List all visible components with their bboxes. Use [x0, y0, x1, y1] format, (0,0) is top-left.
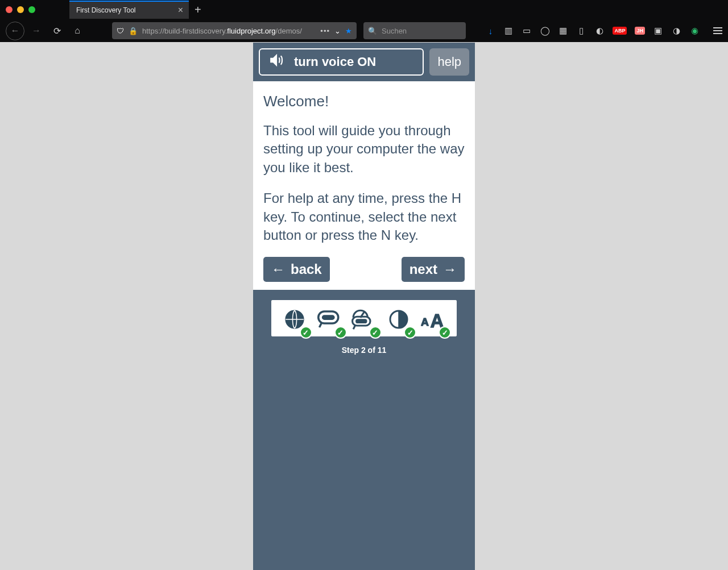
nav-forward-button[interactable]: → — [28, 22, 45, 39]
ext-icon-5[interactable]: ◑ — [671, 26, 681, 36]
help-paragraph: For help at any time, press the H key. T… — [263, 189, 465, 244]
progress-audio-icon[interactable]: ✓ — [313, 305, 346, 334]
progress-icon-row: ✓ ✓ ✓ ✓ AA ✓ — [271, 300, 457, 336]
svg-rect-2 — [322, 315, 334, 319]
back-button-label: back — [291, 261, 322, 277]
arrow-right-icon: → — [443, 261, 457, 277]
lock-icon: 🔒 — [129, 27, 138, 35]
window-controls — [6, 6, 35, 13]
shield-icon: 🛡 — [117, 27, 124, 35]
library-icon[interactable]: ▥ — [503, 26, 514, 36]
check-icon: ✓ — [404, 326, 416, 339]
window-zoom-button[interactable] — [28, 6, 35, 13]
widget-footer: ✓ ✓ ✓ ✓ AA ✓ Step 2 of — [253, 290, 475, 360]
browser-tab[interactable]: First Discovery Tool × — [69, 1, 189, 19]
check-icon: ✓ — [300, 326, 312, 339]
help-button-label: help — [437, 55, 461, 69]
check-icon: ✓ — [369, 326, 382, 339]
app-menu-button[interactable] — [713, 27, 722, 34]
search-placeholder: Suchen — [382, 27, 407, 35]
window-minimize-button[interactable] — [17, 6, 24, 13]
home-button[interactable]: ⌂ — [69, 22, 86, 39]
voice-toggle-label: turn voice ON — [294, 55, 376, 69]
widget-header: turn voice ON help — [253, 43, 475, 81]
reload-button[interactable]: ⟳ — [48, 22, 65, 39]
browser-chrome: First Discovery Tool × + ← → ⟳ ⌂ 🛡 🔒 htt… — [0, 0, 728, 42]
back-button[interactable]: ← back — [263, 257, 330, 282]
search-bar[interactable]: 🔍 Suchen — [363, 22, 466, 39]
welcome-heading: Welcome! — [263, 93, 465, 110]
tab-bar: First Discovery Tool × + — [0, 0, 728, 19]
page-viewport: turn voice ON help Welcome! This tool wi… — [0, 42, 728, 570]
progress-language-icon[interactable]: ✓ — [278, 305, 311, 334]
reader-icon[interactable]: ▭ — [522, 26, 532, 36]
progress-text-size-icon[interactable]: AA ✓ — [417, 305, 450, 334]
toolbar-extensions: ↓ ▥ ▭ ◯ ▦ ▯ ◐ ABP JH ▣ ◑ ◉ — [485, 26, 722, 36]
intro-paragraph: This tool will guide you through setting… — [263, 122, 465, 177]
svg-text:A: A — [421, 316, 429, 328]
check-icon: ✓ — [439, 326, 451, 339]
speaker-icon — [269, 53, 284, 71]
tab-close-icon[interactable]: × — [178, 5, 183, 15]
next-button[interactable]: next → — [402, 257, 465, 282]
search-icon: 🔍 — [368, 27, 377, 35]
ext-icon-1[interactable]: ▦ — [558, 26, 568, 36]
voice-toggle-button[interactable]: turn voice ON — [259, 48, 424, 76]
downloads-icon[interactable]: ↓ — [485, 26, 495, 36]
ext-icon-2[interactable]: ▯ — [576, 26, 586, 36]
ext-icon-3[interactable]: ◐ — [594, 26, 605, 36]
bookmark-star-icon[interactable]: ★ — [345, 27, 352, 35]
arrow-left-icon: ← — [271, 261, 285, 277]
svg-rect-4 — [356, 319, 367, 323]
tab-title: First Discovery Tool — [76, 6, 135, 14]
first-discovery-widget: turn voice ON help Welcome! This tool wi… — [253, 43, 475, 570]
window-close-button[interactable] — [6, 6, 13, 13]
check-icon: ✓ — [334, 326, 347, 339]
ext-icon-6[interactable]: ◉ — [689, 26, 700, 36]
widget-body: Welcome! This tool will guide you throug… — [253, 81, 475, 290]
browser-toolbar: ← → ⟳ ⌂ 🛡 🔒 https://build-firstdiscovery… — [0, 19, 728, 42]
url-text: https://build-firstdiscovery.fluidprojec… — [142, 27, 302, 35]
progress-speech-rate-icon[interactable]: ✓ — [348, 305, 380, 334]
progress-contrast-icon[interactable]: ✓ — [382, 305, 415, 334]
help-button[interactable]: help — [429, 48, 469, 76]
account-icon[interactable]: ◯ — [540, 26, 550, 36]
jh-icon[interactable]: JH — [635, 27, 645, 35]
address-bar[interactable]: 🛡 🔒 https://build-firstdiscovery.fluidpr… — [112, 22, 357, 39]
step-indicator: Step 2 of 11 — [271, 346, 457, 355]
next-button-label: next — [410, 261, 437, 277]
new-tab-button[interactable]: + — [195, 3, 201, 16]
adblock-icon[interactable]: ABP — [613, 27, 627, 35]
nav-buttons: ← back next → — [263, 257, 465, 282]
page-actions-icon[interactable]: ••• — [320, 27, 330, 35]
ext-icon-4[interactable]: ▣ — [653, 26, 663, 36]
pocket-icon[interactable]: ⌄ — [334, 27, 341, 35]
nav-back-button[interactable]: ← — [6, 22, 24, 40]
